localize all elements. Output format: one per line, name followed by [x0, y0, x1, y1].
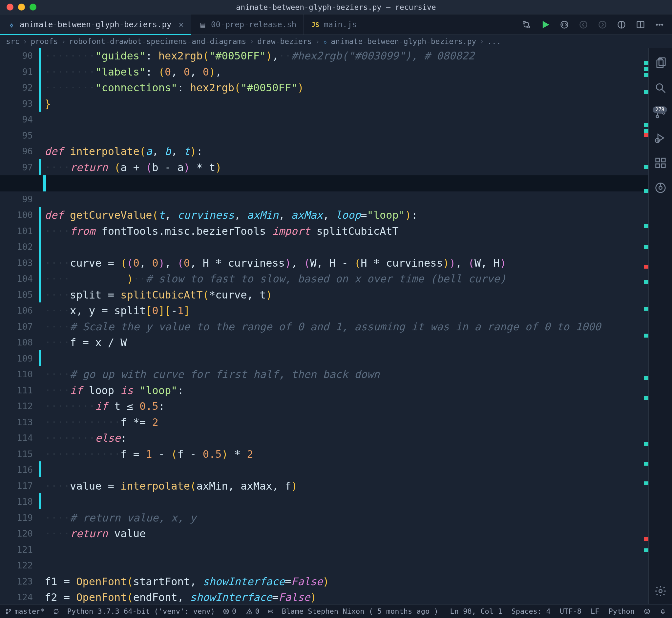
git-branch[interactable]: master* — [5, 607, 45, 615]
line-number[interactable]: 107▸ — [0, 319, 39, 335]
settings-gear-icon[interactable] — [654, 585, 667, 598]
line-number[interactable]: 103 — [0, 255, 39, 271]
line-number[interactable]: 123 — [0, 574, 39, 590]
code-line[interactable]: ········else: — [45, 430, 641, 446]
code-line[interactable]: ····return value — [45, 526, 641, 542]
line-number[interactable]: 114 — [0, 430, 39, 446]
code-line[interactable] — [45, 191, 641, 208]
breadcrumb-part[interactable]: robofont-drawbot-specimens-and-diagrams — [69, 37, 246, 45]
code-line[interactable]: ····return (a + (b - a) * t) — [45, 160, 641, 176]
close-window-button[interactable] — [7, 4, 13, 10]
code-line[interactable]: f1 = OpenFont(startFont, showInterface=F… — [45, 574, 641, 590]
code-line[interactable]: ········if t ≤ 0.5: — [45, 398, 641, 414]
code-line[interactable]: ········"connections": hex2rgb("#0050FF"… — [45, 80, 641, 96]
python-interpreter[interactable]: Python 3.7.3 64-bit ('venv': venv) — [67, 607, 215, 615]
code-line[interactable]: ········"labels": (0, 0, 0), — [45, 64, 641, 80]
line-number[interactable]: 95▸ — [0, 128, 39, 144]
line-number[interactable]: 108 — [0, 335, 39, 351]
overview-mark[interactable] — [644, 67, 648, 71]
line-number[interactable]: 93 — [0, 96, 39, 112]
line-number[interactable]: 101 — [0, 223, 39, 239]
line-number[interactable]: 122 — [0, 557, 39, 574]
overview-mark[interactable] — [644, 265, 648, 269]
encoding[interactable]: UTF-8 — [560, 607, 581, 615]
breadcrumb-part[interactable]: src — [6, 37, 20, 45]
maximize-window-button[interactable] — [29, 4, 36, 10]
code-line[interactable] — [45, 494, 641, 510]
code-line[interactable]: ····f = x / W — [45, 335, 641, 351]
code-line[interactable]: ····# Scale the y value to the range of … — [45, 319, 641, 335]
code-line[interactable] — [45, 557, 641, 574]
breadcrumb-part[interactable]: draw-beziers — [257, 37, 312, 45]
code-line[interactable] — [45, 239, 641, 255]
line-number[interactable]: 104 — [0, 271, 39, 287]
minimize-window-button[interactable] — [18, 4, 25, 10]
code-line[interactable]: ····split = splitCubicAtT(*curve, t) — [45, 287, 641, 303]
code-area[interactable]: ········"guides": hex2rgb("#0050FF"),··#… — [41, 48, 641, 604]
code-line[interactable]: def interpolate(a, b, t): — [45, 143, 641, 160]
overview-mark[interactable] — [644, 376, 648, 380]
overview-mark[interactable] — [644, 307, 648, 311]
line-number[interactable]: 119 — [0, 510, 39, 526]
overview-mark[interactable] — [644, 482, 648, 485]
line-number[interactable]: 120 — [0, 526, 39, 542]
overview-mark[interactable] — [644, 280, 648, 284]
overview-mark[interactable] — [644, 334, 648, 337]
code-line[interactable] — [45, 351, 641, 367]
line-number[interactable]: 116 — [0, 462, 39, 478]
line-number[interactable]: 99 — [0, 191, 39, 208]
extensions-icon[interactable] — [654, 156, 667, 170]
overview-mark[interactable] — [644, 462, 648, 466]
feedback-icon[interactable] — [644, 608, 650, 615]
code-line[interactable]: ····# go up with curve for first half, t… — [45, 367, 641, 383]
split-editor-icon[interactable] — [636, 20, 645, 29]
overview-mark[interactable] — [644, 73, 648, 77]
overview-mark[interactable] — [644, 442, 648, 446]
line-number[interactable]: 111 — [0, 383, 39, 399]
broadcast-icon[interactable] — [267, 608, 274, 615]
code-line[interactable]: ····from fontTools.misc.bezierTools impo… — [45, 223, 641, 239]
overview-mark[interactable] — [644, 224, 648, 228]
code-line[interactable]: ····curve = ((0, 0), (0, H * curviness),… — [45, 255, 641, 271]
code-line[interactable]: ····if loop is "loop": — [45, 383, 641, 399]
git-compare-icon[interactable] — [522, 20, 531, 29]
line-number[interactable]: 121 — [0, 542, 39, 558]
overview-mark[interactable] — [644, 537, 648, 541]
code-line[interactable] — [0, 175, 648, 191]
indentation[interactable]: Spaces: 4 — [512, 607, 551, 615]
overview-mark[interactable] — [644, 90, 648, 94]
overview-mark[interactable] — [644, 129, 648, 133]
code-line[interactable]: } — [45, 96, 641, 112]
line-number[interactable]: 117 — [0, 478, 39, 494]
diff-toggle-icon[interactable] — [617, 20, 626, 29]
line-number[interactable]: 124 — [0, 590, 39, 606]
breadcrumb-part[interactable]: proofs — [30, 37, 58, 45]
line-number[interactable]: 113 — [0, 414, 39, 430]
code-line[interactable]: ········"guides": hex2rgb("#0050FF"),··#… — [45, 48, 641, 64]
code-line[interactable] — [45, 128, 641, 144]
eol[interactable]: LF — [590, 607, 599, 615]
breadcrumbs[interactable]: src› proofs› robofont-drawbot-specimens-… — [0, 35, 672, 48]
run-debug-icon[interactable] — [654, 131, 667, 144]
overview-mark[interactable] — [644, 245, 648, 249]
code-line[interactable] — [45, 112, 641, 128]
tab-00-prep-release-sh[interactable]: ▤00-prep-release.sh — [191, 14, 304, 34]
breadcrumb-part[interactable]: animate-between-glyph-beziers.py — [331, 37, 476, 45]
tab-main-js[interactable]: JSmain.js — [304, 14, 364, 34]
code-line[interactable]: ············f *= 2 — [45, 414, 641, 430]
line-number[interactable]: 118 — [0, 494, 39, 510]
line-number[interactable]: 105 — [0, 287, 39, 303]
line-number[interactable]: 96 — [0, 143, 39, 160]
line-number[interactable]: 106 — [0, 303, 39, 319]
line-number[interactable]: 109 — [0, 351, 39, 367]
code-line[interactable]: f2 = OpenFont(endFont, showInterface=Fal… — [45, 590, 641, 606]
line-number[interactable]: 112 — [0, 398, 39, 414]
overview-ruler[interactable] — [641, 48, 648, 604]
code-line[interactable]: ····x, y = split[0][-1] — [45, 303, 641, 319]
git-blame[interactable]: Blame Stephen Nixon ( 5 months ago ) — [282, 607, 438, 615]
breadcrumb-part[interactable]: ... — [487, 37, 501, 45]
code-line[interactable]: ············f = 1 - (f - 0.5) * 2 — [45, 446, 641, 462]
gitlens-icon[interactable] — [654, 181, 667, 194]
sync-icon[interactable] — [53, 608, 59, 615]
code-line[interactable]: ····# return value, x, y — [45, 510, 641, 526]
